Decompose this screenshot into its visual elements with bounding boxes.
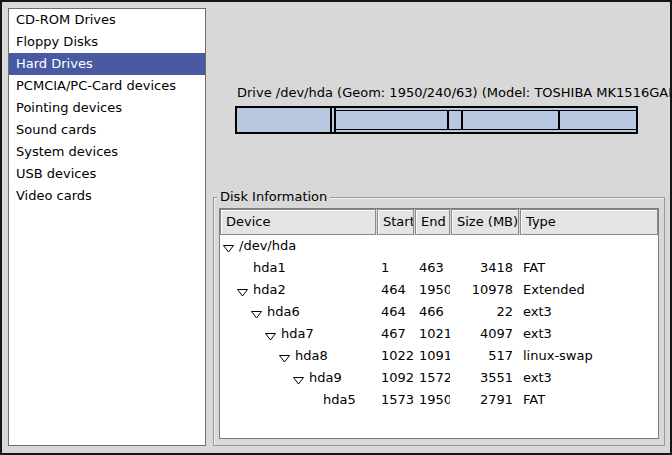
expander-open-icon[interactable]: [278, 350, 291, 363]
device-category-list: CD-ROM Drives Floppy Disks Hard Drives P…: [8, 8, 206, 446]
cell-size: 10978: [450, 279, 518, 301]
cell-start: 464: [377, 279, 415, 301]
cell-type: linux-swap: [518, 345, 658, 367]
column-header-start[interactable]: Start: [377, 209, 414, 235]
expander-spacer: [236, 262, 249, 275]
cell-type: FAT: [518, 257, 658, 279]
cell-end: [415, 235, 450, 257]
column-header-device[interactable]: Device: [220, 209, 376, 235]
cell-start: 464: [377, 301, 415, 323]
table-row-hda2[interactable]: hda2 464 1950 10978 Extended: [220, 279, 658, 301]
cell-size: [450, 235, 518, 257]
table-row-hda7[interactable]: hda7 467 1021 4097 ext3: [220, 323, 658, 345]
device-name: hda5: [323, 389, 356, 411]
expander-open-icon[interactable]: [236, 284, 249, 297]
cell-end: 1021: [415, 323, 450, 345]
cell-start: 1092: [377, 367, 415, 389]
hardware-browser-window: CD-ROM Drives Floppy Disks Hard Drives P…: [0, 0, 672, 455]
drive-geometry-label: Drive /dev/hda (Geom: 1950/240/63) (Mode…: [237, 85, 672, 100]
sidebar-item-pointing-devices[interactable]: Pointing devices: [9, 97, 205, 119]
cell-end: 1950: [415, 389, 450, 411]
cell-size: 3418: [450, 257, 518, 279]
cell-type: ext3: [518, 323, 658, 345]
expander-open-icon[interactable]: [222, 240, 235, 253]
cell-start: [377, 235, 415, 257]
device-name: hda9: [309, 367, 342, 389]
partition-segment-hda5: [560, 111, 636, 129]
device-name: hda1: [253, 257, 286, 279]
cell-size: 2791: [450, 389, 518, 411]
cell-end: 1950: [415, 279, 450, 301]
device-name: /dev/hda: [239, 235, 296, 257]
sidebar-item-hard-drives[interactable]: Hard Drives: [9, 53, 205, 75]
sidebar-item-sound-cards[interactable]: Sound cards: [9, 119, 205, 141]
sidebar-item-floppy-disks[interactable]: Floppy Disks: [9, 31, 205, 53]
table-row-hda5[interactable]: hda5 1573 1950 2791 FAT: [220, 389, 658, 411]
cell-start: 1022: [377, 345, 415, 367]
expander-open-icon[interactable]: [250, 306, 263, 319]
cell-end: 1572: [415, 367, 450, 389]
partition-segment-hda8: [449, 111, 463, 129]
table-row-hda9[interactable]: hda9 1092 1572 3551 ext3: [220, 367, 658, 389]
partition-table: Device Start End Size (MB) Type /dev/hda…: [219, 208, 659, 439]
device-name: hda8: [295, 345, 328, 367]
cell-end: 466: [415, 301, 450, 323]
disk-information-title: Disk Information: [217, 189, 330, 204]
sidebar-item-system-devices[interactable]: System devices: [9, 141, 205, 163]
sidebar-item-pcmcia-devices[interactable]: PCMCIA/PC-Card devices: [9, 75, 205, 97]
expander-open-icon[interactable]: [264, 328, 277, 341]
cell-start: 1573: [377, 389, 415, 411]
device-name: hda6: [267, 301, 300, 323]
partition-segment-extended: [334, 108, 636, 132]
column-header-type[interactable]: Type: [520, 209, 658, 235]
sidebar-item-cdrom-drives[interactable]: CD-ROM Drives: [9, 9, 205, 31]
cell-type: ext3: [518, 367, 658, 389]
cell-size: 4097: [450, 323, 518, 345]
sidebar-item-usb-devices[interactable]: USB devices: [9, 163, 205, 185]
cell-type: ext3: [518, 301, 658, 323]
table-row-hda6[interactable]: hda6 464 466 22 ext3: [220, 301, 658, 323]
partition-table-header: Device Start End Size (MB) Type: [220, 209, 658, 235]
cell-end: 1091: [415, 345, 450, 367]
cell-end: 463: [415, 257, 450, 279]
partition-segment-hda9: [463, 111, 560, 129]
disk-information-groupbox: Disk Information Device Start End Size (…: [213, 197, 665, 446]
cell-type: [518, 235, 658, 257]
expander-spacer: [306, 394, 319, 407]
partition-segment-hda7: [336, 111, 448, 129]
cell-type: Extended: [518, 279, 658, 301]
cell-size: 22: [450, 301, 518, 323]
device-name: hda7: [281, 323, 314, 345]
cell-size: 3551: [450, 367, 518, 389]
expander-open-icon[interactable]: [292, 372, 305, 385]
cell-start: 467: [377, 323, 415, 345]
column-header-size[interactable]: Size (MB): [451, 209, 519, 235]
table-row-dev-hda[interactable]: /dev/hda: [220, 235, 658, 257]
cell-type: FAT: [518, 389, 658, 411]
table-row-hda8[interactable]: hda8 1022 1091 517 linux-swap: [220, 345, 658, 367]
device-name: hda2: [253, 279, 286, 301]
partition-bar: [235, 106, 638, 134]
column-header-end[interactable]: End: [415, 209, 450, 235]
table-row-hda1[interactable]: hda1 1 463 3418 FAT: [220, 257, 658, 279]
cell-start: 1: [377, 257, 415, 279]
sidebar-item-video-cards[interactable]: Video cards: [9, 185, 205, 207]
cell-size: 517: [450, 345, 518, 367]
partition-segment-hda1: [237, 108, 332, 132]
